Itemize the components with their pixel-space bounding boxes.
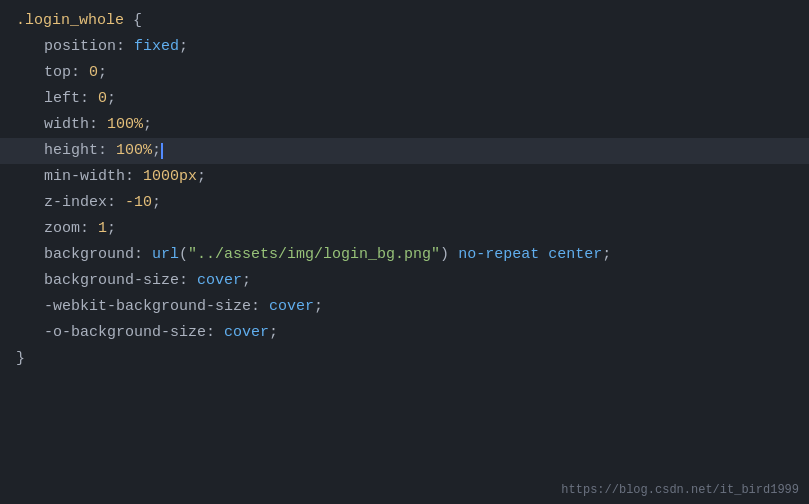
status-url: https://blog.csdn.net/it_bird1999 [561,483,799,497]
line-webkit-bg-size: -webkit-background-size: cover; [0,294,809,320]
line-background: background: url("../assets/img/login_bg.… [0,242,809,268]
open-brace: { [124,9,142,33]
prop-left: left [44,87,80,111]
val-height: 100% [116,139,152,163]
prop-bg-size: background-size [44,269,179,293]
text-cursor [161,143,163,159]
val-top: 0 [89,61,98,85]
val-left: 0 [98,87,107,111]
line-selector: .login_whole { [0,8,809,34]
val-webkit-bg-size: cover [269,295,314,319]
prop-zoom: zoom [44,217,80,241]
prop-height: height [44,139,98,163]
line-z-index: z-index: -10; [0,190,809,216]
val-o-bg-size: cover [224,321,269,345]
line-top: top: 0; [0,60,809,86]
line-width: width: 100%; [0,112,809,138]
prop-webkit-bg-size: -webkit-background-size [44,295,251,319]
val-min-width: 1000px [143,165,197,189]
code-editor: .login_whole { position: fixed; top: 0; … [0,0,809,504]
prop-top: top [44,61,71,85]
line-left: left: 0; [0,86,809,112]
prop-min-width: min-width [44,165,125,189]
line-height: height: 100%; [0,138,809,164]
val-z-index: -10 [125,191,152,215]
val-width: 100% [107,113,143,137]
line-close-brace: } [0,346,809,372]
status-bar: https://blog.csdn.net/it_bird1999 [551,477,809,504]
val-no-repeat: no-repeat center [449,243,602,267]
val-bg-size: cover [197,269,242,293]
line-min-width: min-width: 1000px; [0,164,809,190]
prop-background: background [44,243,134,267]
prop-z-index: z-index [44,191,107,215]
selector-text: .login_whole [16,9,124,33]
prop-position: position [44,35,116,59]
code-block: .login_whole { position: fixed; top: 0; … [0,0,809,380]
line-background-size: background-size: cover; [0,268,809,294]
val-zoom: 1 [98,217,107,241]
val-url-fn: url [152,243,179,267]
line-o-bg-size: -o-background-size: cover; [0,320,809,346]
line-position: position: fixed; [0,34,809,60]
val-url-string: "../assets/img/login_bg.png" [188,243,440,267]
val-fixed: fixed [134,35,179,59]
prop-o-bg-size: -o-background-size [44,321,206,345]
prop-width: width [44,113,89,137]
line-zoom: zoom: 1; [0,216,809,242]
close-brace: } [16,347,25,371]
